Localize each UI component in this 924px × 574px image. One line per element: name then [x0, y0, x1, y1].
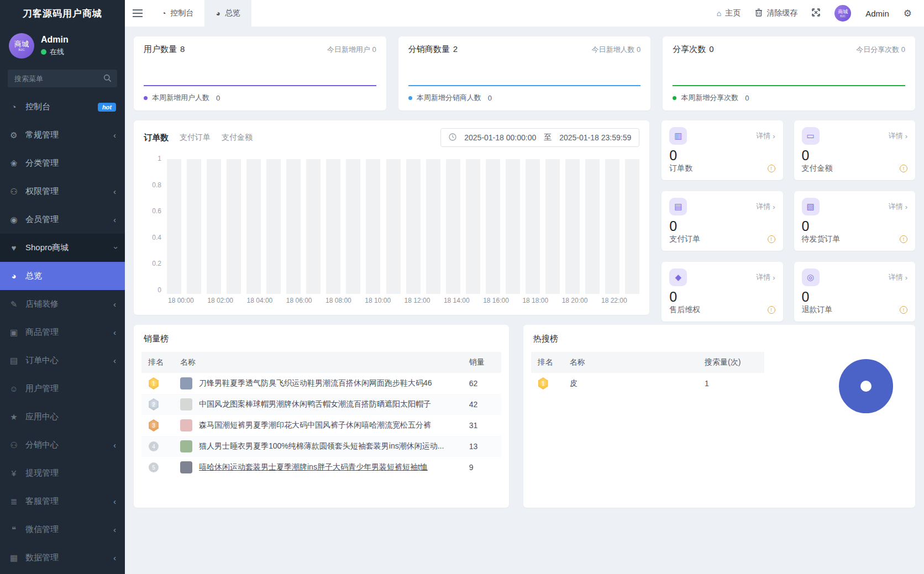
date-separator: 至	[544, 133, 552, 143]
brush-icon: ✎	[9, 299, 19, 309]
home-icon: ⌂	[717, 9, 721, 18]
avatar[interactable]: 商城 B2C	[834, 5, 851, 22]
detail-link[interactable]: 详情›	[756, 131, 775, 141]
sidebar-item-orders[interactable]: ▤ 订单中心 ‹	[0, 346, 125, 375]
table-row[interactable]: 2 中国风龙图案棒球帽男潮牌休闲鸭舌帽女潮流百搭防晒遮阳太阳帽子 42	[141, 394, 501, 415]
users-group-icon: ⚇	[9, 187, 19, 197]
bottom-row: 销量榜 排名 名称 销量 1 刀锋男鞋夏季透气防臭飞织运动鞋男潮流百搭休闲网面跑…	[134, 325, 915, 508]
info-icon[interactable]: !	[768, 165, 775, 172]
search-input[interactable]	[8, 70, 117, 87]
sidebar: 刀客源码用户商城 商城 B2C Admin 在线 ◔ 控制台 hot ⚙ 常规管…	[0, 0, 125, 574]
clear-cache-button[interactable]: 清除缓存	[755, 8, 797, 18]
detail-link[interactable]: 详情›	[889, 202, 907, 212]
chevron-left-icon: ‹	[113, 440, 116, 450]
summary-card-order-count: ▥ 详情› 0 订单数 !	[662, 120, 783, 180]
chevron-right-icon: ›	[905, 273, 907, 282]
sidebar-item-users[interactable]: ☺ 用户管理	[0, 375, 125, 403]
detail-link[interactable]: 详情›	[756, 272, 775, 282]
chevron-left-icon: ‹	[113, 328, 116, 337]
fullscreen-button[interactable]	[812, 8, 820, 18]
sidebar-item-goods[interactable]: ▣ 商品管理 ‹	[0, 318, 125, 346]
sidebar-item-dashboard[interactable]: ◔ 控制台 hot	[0, 93, 125, 121]
home-button[interactable]: ⌂ 主页	[717, 8, 741, 18]
product-name[interactable]: 刀锋男鞋夏季透气防臭飞织运动鞋男潮流百搭休闲网面跑步鞋大码46	[199, 378, 432, 388]
info-icon[interactable]: !	[768, 235, 775, 243]
search-icon	[103, 74, 112, 85]
detail-link[interactable]: 详情›	[889, 272, 907, 282]
info-icon[interactable]: !	[900, 165, 907, 172]
summary-card-refund: ◎ 详情› 0 退款订单 !	[794, 262, 915, 322]
sidebar-item-data[interactable]: ▦ 数据管理 ‹	[0, 544, 125, 572]
hot-search-table: 排名 名称 搜索量(次) 1 皮 1	[531, 352, 764, 394]
stat-card-shares: 分享次数0 今日分享次数 0 本周新增分享次数0	[663, 36, 915, 110]
gold-medal-icon: 1	[148, 377, 159, 389]
product-name[interactable]: 猫人男士睡衣男夏季100%纯棉薄款圆领套头短袖套装男ins潮休闲运动...	[199, 441, 444, 451]
clock-icon	[449, 133, 456, 143]
legend-dot-icon	[144, 96, 148, 100]
chart-tab-paid-orders[interactable]: 支付订单	[180, 133, 211, 143]
trash-icon	[755, 8, 763, 18]
app-title: 刀客源码用户商城	[0, 0, 125, 27]
tab-overview[interactable]: ◕ 总览	[204, 0, 251, 27]
product-name[interactable]: 嘻哈休闲运动套装男士夏季潮牌ins胖子大码青少年男装短裤短袖t恤	[199, 462, 428, 472]
info-icon[interactable]: !	[900, 235, 907, 243]
table-row[interactable]: 4 猫人男士睡衣男夏季100%纯棉薄款圆领套头短袖套装男ins潮休闲运动... …	[141, 436, 501, 457]
chevron-left-icon: ‹	[113, 187, 116, 196]
table-row[interactable]: 1 皮 1	[531, 373, 764, 394]
menu-toggle-button[interactable]	[125, 0, 150, 27]
yen-icon: ¥	[9, 468, 19, 478]
sales-rank-table: 排名 名称 销量 1 刀锋男鞋夏季透气防臭飞织运动鞋男潮流百搭休闲网面跑步鞋大码…	[141, 352, 501, 478]
sidebar-item-overview[interactable]: ◕ 总览	[0, 262, 125, 290]
distribution-icon: ⚇	[9, 440, 19, 450]
sidebar-menu: ◔ 控制台 hot ⚙ 常规管理 ‹ ❀ 分类管理 ⚇ 权限管理 ‹ ◉ 会员管…	[0, 93, 125, 572]
sidebar-item-shopro[interactable]: ♥ Shopro商城 ‹	[0, 234, 125, 262]
sidebar-item-wechat[interactable]: ❝ 微信管理 ‹	[0, 515, 125, 544]
sidebar-item-decoration[interactable]: ✎ 店铺装修 ‹	[0, 290, 125, 318]
sidebar-item-service[interactable]: ≣ 客服管理 ‹	[0, 487, 125, 515]
table-row[interactable]: 5 嘻哈休闲运动套装男士夏季潮牌ins胖子大码青少年男装短裤短袖t恤 9	[141, 457, 501, 478]
profile-name: Admin	[41, 35, 69, 45]
chevron-left-icon: ‹	[113, 299, 116, 309]
profile-status: 在线	[41, 47, 69, 57]
order-chart-card: 订单数 支付订单 支付金额 2025-01-18 00:00:00 至 2025…	[134, 120, 649, 315]
keyword[interactable]: 皮	[563, 373, 698, 394]
table-row[interactable]: 3 森马国潮短裤男夏季潮印花大码中国风裤子休闲嘻哈潮流宽松五分裤 31	[141, 415, 501, 436]
legend-dot-icon	[408, 96, 412, 100]
chart-tab-order-count[interactable]: 订单数	[144, 133, 169, 143]
sidebar-item-withdraw[interactable]: ¥ 提现管理	[0, 459, 125, 487]
rank-number-badge: 5	[149, 462, 159, 472]
star-icon: ★	[9, 412, 19, 422]
date-range-picker[interactable]: 2025-01-18 00:00:00 至 2025-01-18 23:59:5…	[440, 128, 639, 147]
detail-link[interactable]: 详情›	[756, 202, 775, 212]
product-name[interactable]: 中国风龙图案棒球帽男潮牌休闲鸭舌帽女潮流百搭防晒遮阳太阳帽子	[199, 399, 431, 409]
leaf-icon: ❀	[9, 159, 19, 168]
sidebar-item-category[interactable]: ❀ 分类管理	[0, 149, 125, 177]
legend-dot-icon	[673, 96, 676, 100]
avatar[interactable]: 商城 B2C	[9, 33, 34, 59]
topbar-username[interactable]: Admin	[865, 9, 889, 18]
dashboard-icon: ◔	[161, 9, 166, 18]
chart-tab-paid-amount[interactable]: 支付金额	[222, 133, 253, 143]
sidebar-item-member[interactable]: ◉ 会员管理 ‹	[0, 206, 125, 234]
product-thumbnail	[180, 461, 192, 473]
tab-dashboard[interactable]: ◔ 控制台	[150, 0, 204, 27]
menu-search	[8, 70, 117, 87]
data-chart-icon: ▦	[9, 553, 19, 563]
product-name[interactable]: 森马国潮短裤男夏季潮印花大码中国风裤子休闲嘻哈潮流宽松五分裤	[199, 420, 431, 430]
table-row[interactable]: 1 刀锋男鞋夏季透气防臭飞织运动鞋男潮流百搭休闲网面跑步鞋大码46 62	[141, 373, 501, 394]
date-from[interactable]: 2025-01-18 00:00:00	[464, 133, 536, 142]
bronze-medal-icon: 3	[148, 419, 159, 431]
date-to[interactable]: 2025-01-18 23:59:59	[559, 133, 631, 142]
stat-card-users: 用户数量8 今日新增用户 0 本周新增用户人数0	[134, 36, 386, 110]
sidebar-item-apps[interactable]: ★ 应用中心	[0, 403, 125, 431]
sidebar-item-permission[interactable]: ⚇ 权限管理 ‹	[0, 177, 125, 206]
detail-link[interactable]: 详情›	[889, 131, 907, 141]
order-file-icon: ▤	[9, 356, 19, 366]
settings-gear-icon[interactable]: ⚙	[904, 8, 912, 19]
sidebar-item-general[interactable]: ⚙ 常规管理 ‹	[0, 121, 125, 149]
sidebar-item-distribution[interactable]: ⚇ 分销中心 ‹	[0, 431, 125, 459]
chevron-right-icon: ›	[773, 203, 775, 211]
info-icon[interactable]: !	[900, 306, 907, 314]
chevron-right-icon: ›	[905, 203, 907, 211]
info-icon[interactable]: !	[768, 306, 775, 314]
